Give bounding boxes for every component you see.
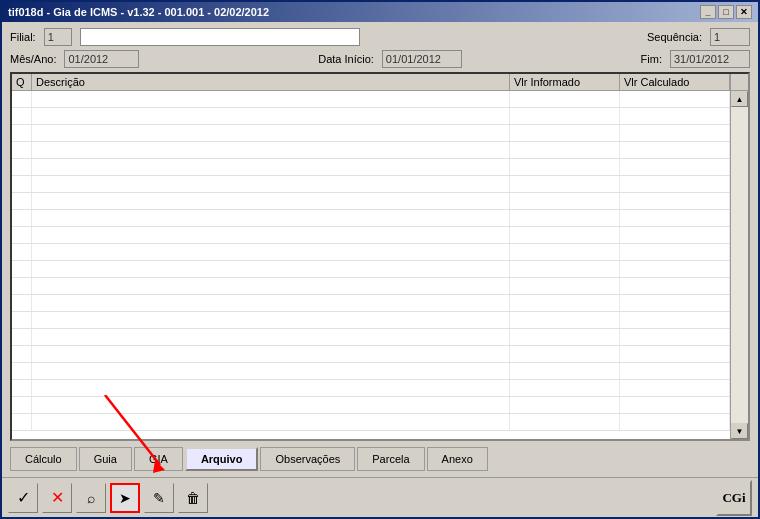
vertical-scrollbar[interactable]: ▲ ▼ [730,91,748,439]
table-row [12,125,730,142]
title-bar: tif018d - Gia de ICMS - v1.32 - 001.001 … [2,2,758,22]
table-row [12,397,730,414]
cgi-label: CGi [722,490,745,506]
tab-parcela[interactable]: Parcela [357,447,424,471]
sequencia-label: Sequência: [647,31,702,43]
minimize-button[interactable]: _ [700,5,716,19]
table-row [12,414,730,431]
table-row [12,363,730,380]
table-row [12,193,730,210]
sequencia-input[interactable] [710,28,750,46]
binoculars-icon: ⌕ [87,490,95,506]
tab-observacoes[interactable]: Observações [260,447,355,471]
col-vlr-inf-header: Vlr Informado [510,74,620,90]
grid-header: Q Descrição Vlr Informado Vlr Calculado [12,74,748,91]
mes-ano-label: Mês/Ano: [10,53,56,65]
scrollbar-track[interactable] [731,107,748,423]
delete-button[interactable]: 🗑 [178,483,208,513]
toolbar-left: ✓ ✕ ⌕ ➤ ✎ 🗑 [8,483,208,513]
cgi-button[interactable]: CGi [716,480,752,516]
content-area: Filial: Sequência: Mês/Ano: Data Início:… [2,22,758,477]
fim-input[interactable] [670,50,750,68]
search-button[interactable]: ⌕ [76,483,106,513]
confirm-button[interactable]: ✓ [8,483,38,513]
tab-arquivo[interactable]: Arquivo [185,447,259,471]
fim-label: Fim: [641,53,662,65]
filial-label: Filial: [10,31,36,43]
data-grid: Q Descrição Vlr Informado Vlr Calculado [10,72,750,441]
cancel-button[interactable]: ✕ [42,483,72,513]
table-row [12,278,730,295]
window-title: tif018d - Gia de ICMS - v1.32 - 001.001 … [8,6,269,18]
table-row [12,91,730,108]
data-inicio-input[interactable] [382,50,462,68]
tab-gia[interactable]: GIA [134,447,183,471]
navigate-icon: ➤ [119,490,131,506]
trash-icon: 🗑 [186,490,200,506]
title-bar-buttons: _ □ ✕ [700,5,752,19]
toolbar: ✓ ✕ ⌕ ➤ ✎ 🗑 CGi [2,477,758,517]
col-vlr-calc-header: Vlr Calculado [620,74,730,90]
pencil-icon: ✎ [153,490,165,506]
col-q-header: Q [12,74,32,90]
main-window: tif018d - Gia de ICMS - v1.32 - 001.001 … [0,0,760,519]
filial-number-input[interactable] [44,28,72,46]
table-row [12,227,730,244]
form-row-1: Filial: Sequência: [10,28,750,46]
tab-bar: Cálculo Guia GIA Arquivo Observações Par… [10,447,750,471]
filial-text-input[interactable] [80,28,360,46]
table-row [12,312,730,329]
grid-body: ▲ ▼ [12,91,748,439]
mes-ano-input[interactable] [64,50,139,68]
edit-button[interactable]: ✎ [144,483,174,513]
tab-calculo[interactable]: Cálculo [10,447,77,471]
data-inicio-label: Data Início: [318,53,374,65]
table-row [12,210,730,227]
tab-anexo[interactable]: Anexo [427,447,488,471]
table-row [12,346,730,363]
cancel-icon: ✕ [51,488,64,507]
table-row [12,380,730,397]
col-desc-header: Descrição [32,74,510,90]
tab-guia[interactable]: Guia [79,447,132,471]
table-row [12,329,730,346]
scroll-up-button[interactable]: ▲ [731,91,748,107]
grid-rows [12,91,730,439]
scroll-down-button[interactable]: ▼ [731,423,748,439]
table-row [12,159,730,176]
table-row [12,142,730,159]
close-button[interactable]: ✕ [736,5,752,19]
form-row-2: Mês/Ano: Data Início: Fim: [10,50,750,68]
table-row [12,176,730,193]
checkmark-icon: ✓ [17,488,30,507]
maximize-button[interactable]: □ [718,5,734,19]
table-row [12,295,730,312]
table-row [12,261,730,278]
table-row [12,108,730,125]
navigate-button[interactable]: ➤ [110,483,140,513]
table-row [12,244,730,261]
